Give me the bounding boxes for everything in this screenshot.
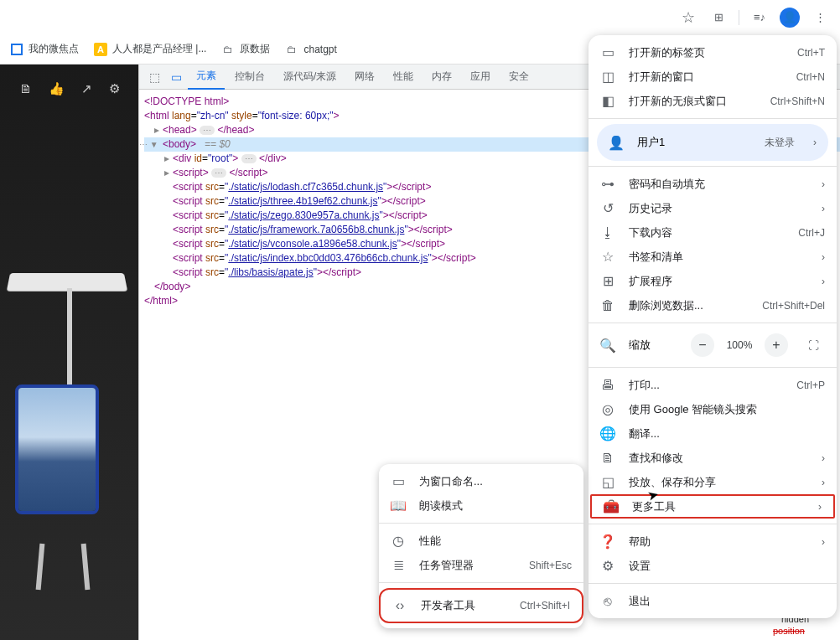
menu-item-书签和清单[interactable]: ☆书签和清单› [589, 245, 837, 269]
bookmark-square-icon [10, 43, 23, 56]
extensions-icon[interactable]: ⊞ [705, 4, 732, 31]
chevron-right-icon: › [813, 137, 817, 148]
menu-separator [589, 367, 837, 368]
menu-item-扩展程序[interactable]: ⊞扩展程序› [589, 269, 837, 293]
profile-avatar[interactable]: 👤 [776, 4, 803, 31]
menu-user-status: 未登录 [765, 136, 795, 150]
tab-elements[interactable]: 元素 [188, 64, 225, 90]
menu-item-删除浏览数据...[interactable]: 🗑删除浏览数据...Ctrl+Shift+Del [589, 293, 837, 317]
tab-security[interactable]: 安全 [500, 65, 537, 89]
menu-item-朗读模式[interactable]: 📖朗读模式 [379, 493, 583, 518]
menu-item-label: 使用 Google 智能镜头搜索 [629, 402, 825, 417]
share-icon[interactable]: ↗ [81, 81, 92, 96]
menu-item-label: 开发者工具 [421, 598, 506, 613]
more-tools-submenu: ▭为窗口命名...📖朗读模式 ◷性能≣任务管理器Shift+Esc ‹›开发者工… [379, 464, 583, 628]
menu-item-icon: ‹› [392, 598, 407, 613]
menu-item-shortcut: Ctrl+Shift+Del [762, 300, 825, 312]
menu-item-打印...[interactable]: 🖶打印...Ctrl+P [589, 373, 837, 397]
fullscreen-icon[interactable]: ⛶ [801, 333, 825, 357]
menu-item-label: 翻译... [629, 426, 825, 441]
chevron-right-icon: › [822, 251, 825, 263]
folder-icon: 🗀 [285, 43, 298, 56]
tab-console[interactable]: 控制台 [226, 65, 273, 89]
menu-item-更多工具[interactable]: 🧰更多工具› [590, 494, 835, 519]
menu-item-使用 Google 智能镜头搜索[interactable]: ◎使用 Google 智能镜头搜索 [589, 397, 837, 421]
menu-item-icon: ☆ [600, 249, 615, 265]
zoom-in-button[interactable]: + [765, 333, 788, 357]
zoom-label: 缩放 [629, 338, 677, 353]
tab-application[interactable]: 应用 [462, 65, 499, 89]
menu-item-label: 书签和清单 [629, 250, 808, 265]
menu-item-icon: ≣ [391, 557, 406, 573]
toolbar-divider [739, 10, 739, 25]
menu-item-历史记录[interactable]: ↺历史记录› [589, 196, 837, 220]
menu-item-shortcut: Ctrl+P [796, 379, 825, 391]
tab-network[interactable]: 网络 [346, 65, 383, 89]
menu-item-icon: ◫ [600, 69, 615, 85]
bookmark-label: chatgpt [303, 44, 336, 55]
menu-user-label: 用户1 [637, 135, 751, 150]
menu-item-打开新的窗口[interactable]: ◫打开新的窗口Ctrl+N [589, 65, 837, 89]
bookmark-item-2[interactable]: 🗀 原数据 [221, 42, 270, 56]
browser-toolbar: ☆ ⊞ ≡♪ 👤 ⋮ [0, 0, 840, 34]
bookmark-item-3[interactable]: 🗀 chatgpt [285, 43, 336, 56]
zoom-out-button[interactable]: − [691, 333, 714, 357]
gear-icon[interactable]: ⚙ [109, 81, 120, 96]
menu-item-密码和自动填充[interactable]: ⊶密码和自动填充› [589, 172, 837, 196]
bookmark-item-1[interactable]: A 人人都是产品经理 |... [94, 42, 206, 56]
menu-separator [589, 166, 837, 167]
menu-separator [589, 118, 837, 119]
menu-item-翻译...[interactable]: 🌐翻译... [589, 421, 837, 446]
menu-item-设置[interactable]: ⚙设置 [589, 554, 837, 578]
menu-item-icon: ▭ [391, 473, 406, 489]
menu-item-label: 为窗口命名... [419, 474, 572, 489]
menu-item-icon: ▭ [600, 44, 615, 60]
menu-item-开发者工具[interactable]: ‹›开发者工具Ctrl+Shift+I [379, 588, 583, 623]
tab-performance[interactable]: 性能 [385, 65, 422, 89]
menu-item-任务管理器[interactable]: ≣任务管理器Shift+Esc [379, 553, 583, 577]
media-control-icon[interactable]: ≡♪ [746, 4, 773, 31]
menu-item-icon: 🧰 [604, 498, 619, 514]
inspect-icon[interactable]: ⬚ [144, 67, 164, 87]
tab-memory[interactable]: 内存 [423, 65, 460, 89]
menu-item-icon: ↺ [600, 200, 615, 216]
menu-separator [379, 523, 583, 524]
menu-item-帮助[interactable]: ❓帮助› [589, 529, 837, 554]
menu-item-label: 朗读模式 [419, 498, 572, 514]
menu-item-shortcut: Ctrl+N [796, 71, 825, 83]
menu-item-icon: ⭳ [600, 225, 615, 240]
menu-item-label: 打开新的窗口 [629, 70, 783, 85]
tab-sources[interactable]: 源代码/来源 [275, 65, 345, 89]
menu-item-下载内容[interactable]: ⭳下载内容Ctrl+J [589, 220, 837, 245]
menu-item-查找和修改[interactable]: 🗎查找和修改› [589, 446, 837, 470]
menu-item-打开新的无痕式窗口[interactable]: ◧打开新的无痕式窗口Ctrl+Shift+N [589, 89, 837, 113]
menu-item-退出[interactable]: ⎋退出 [589, 589, 837, 613]
menu-item-icon: 🌐 [600, 426, 615, 441]
menu-item-icon: ⎋ [600, 594, 615, 609]
menu-item-label: 打开新的无痕式窗口 [629, 94, 757, 109]
doc-icon[interactable]: 🗎 [19, 81, 32, 96]
bookmark-item-0[interactable]: 我的微焦点 [10, 42, 79, 56]
device-toggle-icon[interactable]: ▭ [166, 67, 186, 87]
menu-item-icon: ◎ [600, 401, 615, 417]
menu-item-label: 打印... [629, 378, 783, 393]
menu-item-icon: 🗑 [600, 298, 615, 313]
menu-item-性能[interactable]: ◷性能 [379, 529, 583, 553]
menu-item-label: 帮助 [629, 534, 808, 550]
chevron-right-icon: › [822, 178, 825, 190]
menu-user-row[interactable]: 👤 用户1 未登录 › [597, 124, 828, 161]
menu-zoom-row: 🔍 缩放 − 100% + ⛶ [589, 328, 837, 362]
menu-dots-icon[interactable]: ⋮ [806, 4, 833, 31]
menu-item-icon: ◱ [600, 474, 615, 490]
user-icon: 👤 [609, 135, 624, 151]
menu-item-icon: ◧ [600, 93, 615, 109]
menu-item-为窗口命名...[interactable]: ▭为窗口命名... [379, 469, 583, 493]
chevron-right-icon: › [822, 276, 825, 287]
thumb-icon[interactable]: 👍 [49, 81, 65, 96]
menu-item-打开新的标签页[interactable]: ▭打开新的标签页Ctrl+T [589, 40, 837, 65]
bookmark-star-icon[interactable]: ☆ [675, 4, 702, 31]
menu-item-icon: 🗎 [600, 451, 615, 466]
menu-item-投放、保存和分享[interactable]: ◱投放、保存和分享› [589, 470, 837, 494]
menu-item-label: 扩展程序 [629, 274, 808, 289]
menu-separator [589, 323, 837, 323]
